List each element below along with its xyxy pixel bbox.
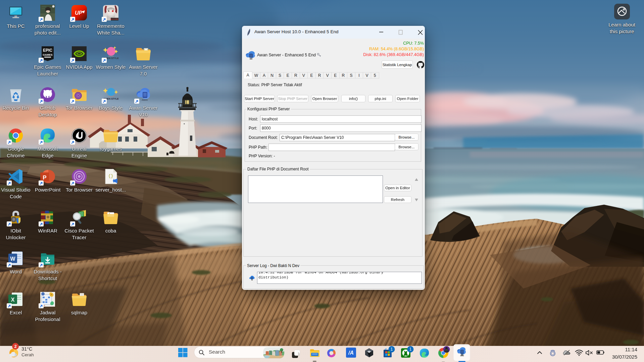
svg-text:{}: {} xyxy=(108,173,113,178)
svg-text:X: X xyxy=(11,297,15,303)
svg-text:GAMES: GAMES xyxy=(43,53,53,56)
svg-text:fashion: fashion xyxy=(108,95,114,97)
svg-text:AWAN: AWAN xyxy=(141,99,148,101)
svg-text:W: W xyxy=(10,256,15,262)
svg-text:NGGAMES: NGGAMES xyxy=(110,18,119,20)
svg-text:2: 2 xyxy=(14,344,16,349)
svg-text:P: P xyxy=(43,174,46,181)
svg-text:1: 1 xyxy=(391,347,393,352)
svg-text:/A: /A xyxy=(348,350,354,356)
svg-text:1: 1 xyxy=(409,347,412,352)
svg-text:UP: UP xyxy=(75,10,83,16)
svg-text:EPIC: EPIC xyxy=(43,48,52,53)
